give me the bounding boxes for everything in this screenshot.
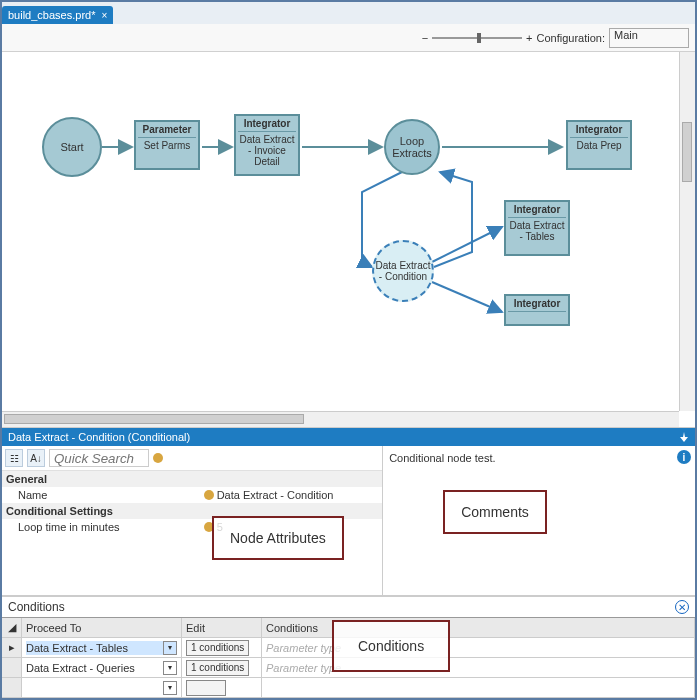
canvas-hscroll[interactable]	[2, 411, 679, 427]
header-edit[interactable]: Edit	[182, 618, 262, 638]
file-tab-label: build_cbases.prd*	[8, 9, 95, 21]
zoom-plus-icon[interactable]: +	[526, 32, 532, 44]
node-integrator-invoice[interactable]: Integrator Data Extract - Invoice Detail	[234, 114, 300, 176]
zoom-slider-thumb[interactable]	[477, 33, 481, 43]
flow-canvas[interactable]: Start Parameter Set Parms Integrator Dat…	[2, 52, 695, 428]
chevron-down-icon[interactable]: ▾	[163, 641, 177, 655]
pin-icon[interactable]	[679, 432, 689, 442]
categorize-icon[interactable]: ☷	[5, 449, 23, 467]
category-conditional-settings[interactable]: Conditional Settings	[2, 503, 382, 519]
properties-panel-title: Data Extract - Condition (Conditional)	[8, 431, 190, 443]
grid-corner-icon[interactable]: ◢	[2, 618, 22, 638]
conditions-row: ▾	[2, 678, 695, 698]
edit-conditions-button[interactable]: 1 conditions	[182, 638, 262, 658]
token-icon	[204, 522, 214, 532]
info-icon[interactable]: i	[677, 450, 691, 464]
conditions-header-row: ◢ Proceed To Edit Conditions	[2, 618, 695, 638]
conditions-title: Conditions	[8, 600, 65, 614]
header-proceed-to[interactable]: Proceed To	[22, 618, 182, 638]
conditions-cell	[262, 678, 695, 698]
conditions-row: Data Extract - Queries▾ 1 conditions Par…	[2, 658, 695, 678]
configuration-label: Configuration:	[537, 32, 606, 44]
row-handle-icon[interactable]	[2, 658, 22, 678]
node-conditional[interactable]: Data Extract - Condition	[372, 240, 434, 302]
sort-az-icon[interactable]: A↓	[27, 449, 45, 467]
row-handle-icon[interactable]: ▸	[2, 638, 22, 658]
node-start[interactable]: Start	[42, 117, 102, 177]
node-loop[interactable]: Loop Extracts	[384, 119, 440, 175]
close-icon[interactable]: ×	[101, 10, 107, 21]
node-integrator-tables[interactable]: Integrator Data Extract - Tables	[504, 200, 570, 256]
properties-panel-header: Data Extract - Condition (Conditional)	[2, 428, 695, 446]
tab-bar: build_cbases.prd* ×	[2, 2, 695, 24]
conditions-panel: Conditions ✕ ◢ Proceed To Edit Condition…	[2, 596, 695, 698]
properties-panel: ☷ A↓ General Name Data Extract - Conditi…	[2, 446, 695, 596]
node-integrator-bottom[interactable]: Integrator	[504, 294, 570, 326]
prop-row-name: Name Data Extract - Condition	[2, 487, 382, 503]
file-tab[interactable]: build_cbases.prd* ×	[2, 6, 113, 24]
toolbar-row: − + Configuration: Main	[2, 24, 695, 52]
flow-connectors	[2, 52, 695, 427]
category-general[interactable]: General	[2, 471, 382, 487]
node-parameter[interactable]: Parameter Set Parms	[134, 120, 200, 170]
conditions-close-icon[interactable]: ✕	[675, 600, 689, 614]
conditions-cell: Parameter type	[262, 638, 695, 658]
token-icon[interactable]	[153, 453, 163, 463]
configuration-value: Main	[614, 29, 638, 41]
edit-conditions-button[interactable]: 1 conditions	[182, 658, 262, 678]
search-input[interactable]	[49, 449, 149, 467]
callout-comments: Comments	[443, 490, 547, 534]
conditions-cell: Parameter type	[262, 658, 695, 678]
zoom-slider[interactable]	[432, 37, 522, 39]
proceed-to-select[interactable]: ▾	[22, 678, 182, 698]
prop-name-value[interactable]: Data Extract - Condition	[200, 487, 382, 503]
comments-panel: i Conditional node test. Comments	[383, 446, 695, 595]
prop-loop-label: Loop time in minutes	[2, 519, 200, 535]
comments-text[interactable]: Conditional node test.	[387, 450, 691, 466]
proceed-to-select[interactable]: Data Extract - Queries▾	[22, 658, 182, 678]
token-icon	[204, 490, 214, 500]
node-integrator-dataprep[interactable]: Integrator Data Prep	[566, 120, 632, 170]
row-handle-icon[interactable]	[2, 678, 22, 698]
zoom-minus-icon[interactable]: −	[422, 32, 428, 44]
conditions-row: ▸ Data Extract - Tables▾ 1 conditions Pa…	[2, 638, 695, 658]
conditions-grid: ◢ Proceed To Edit Conditions ▸ Data Extr…	[2, 617, 695, 698]
prop-loop-value[interactable]: 5	[200, 519, 382, 535]
canvas-vscroll[interactable]	[679, 52, 695, 411]
edit-conditions-button[interactable]	[182, 678, 262, 698]
configuration-select[interactable]: Main	[609, 28, 689, 48]
chevron-down-icon[interactable]: ▾	[163, 681, 177, 695]
prop-row-loop-time: Loop time in minutes 5	[2, 519, 382, 535]
prop-name-label: Name	[2, 487, 200, 503]
property-grid: ☷ A↓ General Name Data Extract - Conditi…	[2, 446, 383, 595]
property-toolbar: ☷ A↓	[2, 446, 382, 471]
proceed-to-select[interactable]: Data Extract - Tables▾	[22, 638, 182, 658]
chevron-down-icon[interactable]: ▾	[163, 661, 177, 675]
header-conditions[interactable]: Conditions	[262, 618, 695, 638]
